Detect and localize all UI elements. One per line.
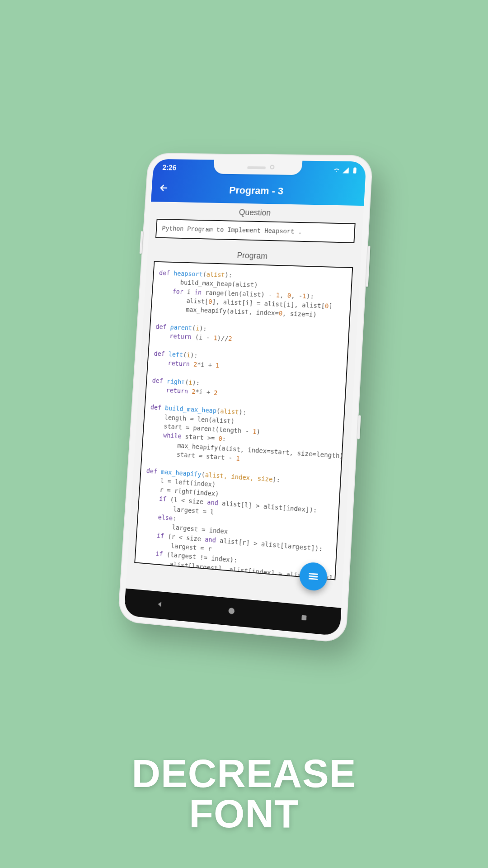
nav-recent-icon[interactable]	[300, 613, 309, 624]
page-title: Program - 3	[151, 184, 365, 199]
svg-point-0	[228, 608, 235, 614]
notch	[213, 160, 302, 175]
android-navbar	[124, 589, 341, 636]
phone-mockup: 2:26 Program - 3 Question	[117, 153, 373, 643]
power-button	[140, 231, 143, 254]
volume-button	[366, 246, 370, 287]
wifi-icon	[333, 166, 341, 174]
nav-home-icon[interactable]	[227, 606, 236, 618]
code-content: def heapsort(alist): build_max_heap(alis…	[137, 269, 347, 580]
menu-fab-button[interactable]	[299, 561, 328, 592]
promo-caption: DECREASE FONT	[0, 753, 488, 835]
caption-line-1: DECREASE	[0, 753, 488, 794]
menu-icon	[307, 570, 319, 583]
signal-icon	[342, 167, 350, 174]
content-area[interactable]: Question Python Program to Implement Hea…	[126, 202, 364, 608]
side-button	[357, 415, 361, 439]
status-icons	[333, 166, 359, 174]
svg-rect-1	[301, 615, 306, 620]
caption-line-2: FONT	[0, 793, 488, 834]
phone-body: 2:26 Program - 3 Question	[117, 153, 373, 643]
nav-back-icon[interactable]	[155, 599, 165, 612]
battery-icon	[351, 167, 359, 174]
status-time: 2:26	[160, 164, 176, 172]
back-button[interactable]	[158, 183, 169, 196]
screen: 2:26 Program - 3 Question	[124, 159, 366, 636]
question-card: Python Program to Implement Heapsort .	[155, 219, 356, 243]
question-text: Python Program to Implement Heapsort .	[162, 225, 302, 236]
program-code-card[interactable]: def heapsort(alist): build_max_heap(alis…	[134, 261, 353, 580]
